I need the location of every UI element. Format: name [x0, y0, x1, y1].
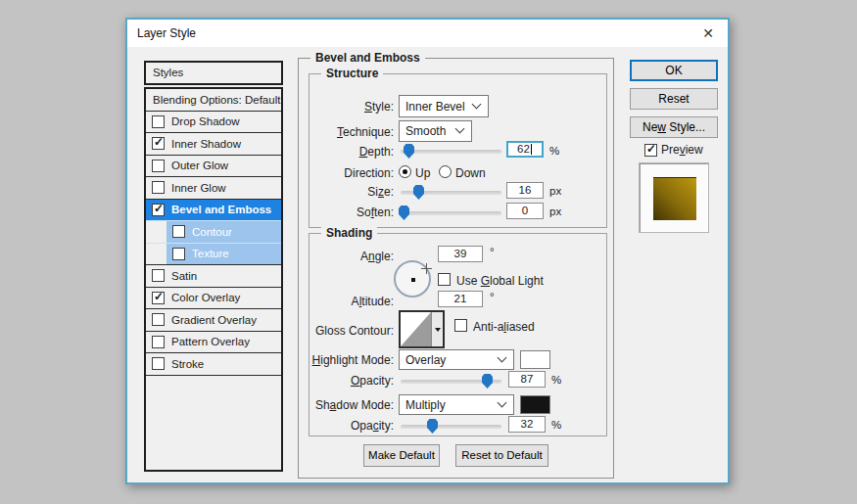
style-dropdown[interactable]: Inner Bevel — [399, 95, 489, 117]
soften-input[interactable]: 0 — [506, 203, 544, 219]
altitude-unit: ° — [490, 291, 495, 302]
list-item-label: Color Overlay — [171, 292, 240, 303]
shadow-opacity-input[interactable]: 32 — [508, 416, 546, 433]
direction-down-radio[interactable] — [439, 165, 452, 178]
panel-title: Bevel and Emboss — [310, 51, 425, 65]
angle-label: Angle: — [309, 250, 394, 263]
angle-input[interactable]: 39 — [438, 246, 483, 262]
title-bar[interactable]: Layer Style ✕ — [127, 20, 728, 47]
list-item-label: Contour — [192, 226, 232, 238]
list-item-label: Inner Shadow — [171, 138, 241, 150]
list-item-label: Gradient Overlay — [171, 314, 257, 326]
direction-down-label: Down — [455, 166, 486, 180]
checkbox[interactable]: ✓ — [152, 269, 165, 282]
direction-label: Direction: — [309, 166, 394, 180]
checkbox[interactable]: ✓ — [152, 292, 165, 304]
check-icon: ✓ — [646, 142, 656, 156]
style-value: Inner Bevel — [405, 100, 465, 114]
list-item-inner-shadow[interactable]: ✓ Inner Shadow — [146, 133, 281, 156]
shadow-opacity-slider[interactable] — [401, 425, 501, 429]
soften-unit: px — [549, 206, 561, 217]
styles-header: Styles — [144, 61, 283, 85]
list-item-contour[interactable]: ✓ Contour — [146, 221, 281, 244]
depth-slider[interactable] — [401, 150, 501, 154]
list-item-outer-glow[interactable]: ✓ Outer Glow — [146, 156, 281, 178]
list-item-texture[interactable]: ✓ Texture — [146, 244, 281, 266]
altitude-input[interactable]: 21 — [438, 291, 483, 307]
list-item-label: Stroke — [171, 358, 204, 370]
shadow-opacity-slider-thumb[interactable] — [427, 419, 438, 434]
list-item-stroke[interactable]: ✓ Stroke — [146, 353, 281, 376]
soften-slider[interactable] — [401, 211, 501, 215]
list-item-drop-shadow[interactable]: ✓ Drop Shadow — [146, 112, 281, 134]
checkbox[interactable]: ✓ — [152, 181, 165, 194]
technique-dropdown[interactable]: Smooth — [399, 120, 472, 142]
checkbox[interactable]: ✓ — [152, 336, 165, 348]
highlight-mode-dropdown[interactable]: Overlay — [399, 349, 514, 370]
styles-list: Blending Options: Default ✓ Drop Shadow … — [144, 87, 283, 472]
chevron-down-icon — [455, 124, 465, 134]
gloss-contour-picker[interactable] — [399, 310, 445, 348]
angle-dial-center-dot — [411, 278, 415, 282]
use-global-light-checkbox[interactable]: ✓ — [438, 273, 451, 286]
shadow-mode-label: Shadow Mode: — [309, 398, 394, 412]
checkbox[interactable]: ✓ — [152, 204, 165, 216]
highlight-opacity-label: Opacity: — [309, 374, 394, 388]
checkbox[interactable]: ✓ — [152, 115, 165, 128]
anti-aliased-checkbox[interactable]: ✓ — [454, 319, 467, 332]
list-item-bevel-and-emboss[interactable]: ✓ Bevel and Emboss — [146, 200, 281, 222]
ok-button[interactable]: OK — [630, 60, 718, 81]
list-item-pattern-overlay[interactable]: ✓ Pattern Overlay — [146, 332, 281, 354]
depth-slider-thumb[interactable] — [404, 144, 414, 159]
structure-title: Structure — [321, 67, 383, 80]
list-item-label: Inner Glow — [171, 182, 226, 194]
soften-slider-thumb[interactable] — [399, 206, 409, 220]
highlight-opacity-slider-thumb[interactable] — [482, 374, 493, 389]
depth-unit: % — [549, 145, 559, 157]
shadow-color-swatch[interactable] — [520, 395, 550, 414]
list-item-inner-glow[interactable]: ✓ Inner Glow — [146, 177, 281, 200]
reset-button[interactable]: Reset — [630, 88, 718, 110]
highlight-opacity-input[interactable]: 87 — [508, 371, 546, 388]
list-item-satin[interactable]: ✓ Satin — [146, 265, 281, 288]
check-icon: ✓ — [154, 202, 164, 215]
checkbox[interactable]: ✓ — [172, 225, 185, 238]
list-item-blending-options[interactable]: Blending Options: Default — [146, 89, 281, 112]
shadow-opacity-label: Opacity: — [309, 419, 394, 433]
size-input[interactable]: 16 — [506, 182, 544, 199]
preview-option: ✓ Preview — [644, 143, 703, 157]
depth-input[interactable]: 62 — [506, 141, 544, 158]
checkbox[interactable]: ✓ — [152, 313, 165, 326]
list-item-gradient-overlay[interactable]: ✓ Gradient Overlay — [146, 309, 281, 332]
close-icon[interactable]: ✕ — [694, 20, 722, 47]
soften-label: Soften: — [309, 206, 394, 219]
size-slider-thumb[interactable] — [413, 185, 424, 200]
list-item-color-overlay[interactable]: ✓ Color Overlay — [146, 288, 281, 310]
make-default-button[interactable]: Make Default — [363, 444, 440, 467]
altitude-label: Altitude: — [309, 295, 394, 308]
preview-checkbox[interactable]: ✓ — [644, 144, 657, 157]
direction-up-radio[interactable] — [399, 165, 411, 178]
checkbox[interactable]: ✓ — [172, 248, 185, 260]
checkbox[interactable]: ✓ — [152, 160, 165, 172]
shading-title: Shading — [321, 226, 377, 240]
checkbox[interactable]: ✓ — [152, 357, 165, 370]
chevron-down-icon — [498, 352, 507, 362]
dialog-title: Layer Style — [137, 20, 196, 47]
shadow-opacity-unit: % — [551, 419, 561, 431]
list-item-label: Drop Shadow — [171, 115, 240, 127]
gloss-contour-label: Gloss Contour: — [309, 324, 394, 338]
use-global-light-label: Use Global Light — [456, 274, 544, 288]
highlight-color-swatch[interactable] — [520, 350, 550, 369]
anti-aliased-label: Anti-aliased — [473, 320, 535, 334]
shadow-mode-dropdown[interactable]: Multiply — [399, 394, 514, 415]
reset-to-default-button[interactable]: Reset to Default — [455, 444, 548, 467]
size-label: Size: — [309, 185, 394, 199]
gloss-contour-thumbnail[interactable] — [401, 312, 431, 346]
highlight-mode-value: Overlay — [405, 353, 446, 367]
checkbox[interactable]: ✓ — [152, 137, 165, 150]
list-item-label: Pattern Overlay — [171, 336, 250, 347]
blending-options-label: Blending Options: Default — [153, 94, 280, 106]
new-style-button[interactable]: New Style... — [630, 116, 718, 138]
gloss-contour-dropdown-arrow-icon[interactable] — [431, 312, 443, 346]
